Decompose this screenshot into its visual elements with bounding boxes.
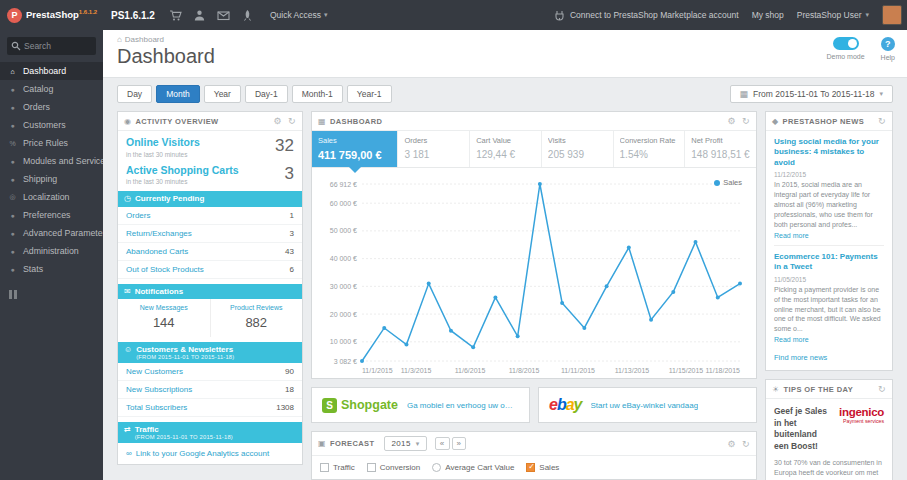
new-customers-link[interactable]: New Customers [126,367,183,376]
page-header: ⌂ Dashboard Dashboard Demo mode ? Help [103,30,907,78]
read-more-link[interactable]: Read more [774,336,884,343]
orders-cart-icon[interactable] [169,9,182,22]
forecast-legend-traffic[interactable]: Traffic [320,463,355,472]
forecast-legend-sales[interactable]: Sales [526,463,559,472]
sidebar-item-dashboard[interactable]: ⌂Dashboard [0,62,103,80]
refresh-icon[interactable]: ↻ [288,116,296,126]
prestashop-logo[interactable]: P PrestaShop1.6.1.2 [0,8,103,23]
forecast-legend-average-cart-value[interactable]: Average Cart Value [432,463,514,472]
chart-legend[interactable]: Sales [714,178,742,187]
quick-access-menu[interactable]: Quick Access ▾ [270,10,328,20]
activity-icon: ◉ [124,117,131,126]
messages-envelope-icon[interactable] [217,9,230,22]
help-icon[interactable]: ? [881,37,895,51]
abandoned-carts-link[interactable]: Abandoned Carts [126,247,188,256]
shopgate-promo[interactable]: S Shopgate Ga mobiel en verhoog uw omzet [311,387,530,423]
sidebar-item-orders[interactable]: ●Orders [0,98,103,116]
range-day-1-button[interactable]: Day-1 [245,85,288,103]
demo-mode-toggle[interactable] [833,37,859,50]
user-avatar[interactable] [882,5,902,25]
online-visitors-label[interactable]: Online Visitors [126,137,200,149]
range-month-button[interactable]: Month [156,85,200,103]
google-analytics-link[interactable]: ∞ Link to your Google Analytics account [118,443,302,464]
sidebar-item-localization[interactable]: ◎Localization [0,188,103,206]
article-title-link[interactable]: Ecommerce 101: Payments in a Tweet [774,252,884,273]
traffic-checkbox[interactable] [320,463,329,472]
gear-icon[interactable]: ⚙ [274,116,282,126]
sidebar-item-preferences[interactable]: ●Preferences [0,206,103,224]
sidebar-item-shipping[interactable]: ●Shipping [0,170,103,188]
pending-returns-link[interactable]: Return/Exchanges [126,229,192,238]
preferences-icon: ● [8,212,17,219]
kpi-visits[interactable]: Visits 205 939 [542,131,614,167]
active-carts-label[interactable]: Active Shopping Carts [126,165,239,177]
find-more-news-link[interactable]: Find more news [766,347,892,370]
kpi-net-profit-value: 148 918,51 € [691,149,750,160]
shopgate-link[interactable]: Ga mobiel en verhoog uw omzet [407,401,519,410]
sidebar-item-advanced-parameters[interactable]: ●Advanced Parameters [0,224,103,242]
kpi-conversion-rate[interactable]: Conversion Rate 1.54% [614,131,686,167]
kpi-cart-value[interactable]: Cart Value 129,44 € [470,131,542,167]
sidebar-item-customers[interactable]: ●Customers [0,116,103,134]
forecast-panel: ▣ FORECAST 2015 ▾ « » ⚙ ↻ [311,431,757,480]
range-year-1-button[interactable]: Year-1 [347,85,392,103]
marketplace-connect-link[interactable]: Connect to PrestaShop Marketplace accoun… [553,9,739,22]
shopgate-icon: S [322,398,337,413]
range-day-button[interactable]: Day [117,85,152,103]
date-range-picker[interactable]: ▦ From 2015-11-01 To 2015-11-18 ▾ [730,85,893,103]
sidebar-item-stats[interactable]: ●Stats [0,260,103,278]
conversion-checkbox[interactable] [367,463,376,472]
out-of-stock-link[interactable]: Out of Stock Products [126,265,204,274]
kpi-orders[interactable]: Orders 3 181 [398,131,470,167]
range-year-button[interactable]: Year [204,85,241,103]
activity-overview-panel: ◉ ACTIVITY OVERVIEW ⚙ ↻ Online Visitors … [117,111,303,465]
kpi-conversion-value: 1.54% [620,149,679,160]
sales-legend-label: Sales [539,463,559,472]
my-shop-link[interactable]: My shop [752,10,784,20]
article-title-link[interactable]: Using social media for your business: 4 … [774,137,884,168]
refresh-icon[interactable]: ↻ [742,439,750,449]
forecast-legend-conversion[interactable]: Conversion [367,463,420,472]
svg-text:11/3/2015: 11/3/2015 [401,367,432,374]
chevron-down-icon: ▾ [324,11,328,19]
sidebar-collapse-button[interactable] [9,290,94,299]
sales-checkbox[interactable] [526,463,535,472]
onboarding-rocket-icon[interactable] [241,9,254,22]
refresh-icon[interactable]: ↻ [878,116,886,126]
new-customers-value: 90 [285,367,294,376]
new-messages-cell[interactable]: New Messages 144 [118,299,210,337]
sidebar-item-label: Administration [23,246,79,256]
activity-column: ◉ ACTIVITY OVERVIEW ⚙ ↻ Online Visitors … [117,111,303,473]
pending-orders-link[interactable]: Orders [126,211,150,220]
sidebar-item-administration[interactable]: ●Administration [0,242,103,260]
total-subscribers-link[interactable]: Total Subscribers [126,403,187,412]
forecast-year-select[interactable]: 2015 ▾ [384,436,426,451]
sidebar-item-label: Advanced Parameters [23,228,103,238]
range-month-1-button[interactable]: Month-1 [292,85,343,103]
sidebar-item-price-rules[interactable]: %Price Rules [0,134,103,152]
average-cart-value-radio[interactable] [432,463,441,472]
customers-icon[interactable] [193,9,206,22]
sidebar-item-label: Modules and Services [23,156,103,166]
ebay-link[interactable]: Start uw eBay-winkel vandaag [591,401,699,410]
user-menu[interactable]: PrestaShop User ▾ [797,10,869,20]
refresh-icon[interactable]: ↻ [878,384,886,394]
gear-icon[interactable]: ⚙ [728,116,736,126]
sidebar-item-modules[interactable]: ●Modules and Services [0,152,103,170]
product-reviews-cell[interactable]: Product Reviews 882 [210,299,303,337]
chevron-down-icon: ▾ [879,90,883,98]
kpi-visits-label: Visits [548,136,607,145]
gear-icon[interactable]: ⚙ [728,439,736,449]
next-year-button[interactable]: » [452,437,467,450]
kpi-sales[interactable]: Sales 411 759,00 € [312,131,398,167]
sales-line-chart[interactable]: 66 912 €60 000 €50 000 €40 000 €30 000 €… [316,174,752,376]
sidebar-item-catalog[interactable]: ●Catalog [0,80,103,98]
refresh-icon[interactable]: ↻ [742,116,750,126]
ebay-promo[interactable]: ebay Start uw eBay-winkel vandaag [538,387,757,423]
kpi-visits-value: 205 939 [548,149,607,160]
previous-year-button[interactable]: « [435,437,450,450]
read-more-link[interactable]: Read more [774,232,884,239]
new-subscriptions-link[interactable]: New Subscriptions [126,385,192,394]
kpi-net-profit[interactable]: Net Profit 148 918,51 € [685,131,756,167]
customers-newsletters-subtitle: (FROM 2015-11-01 TO 2015-11-18) [136,354,234,360]
